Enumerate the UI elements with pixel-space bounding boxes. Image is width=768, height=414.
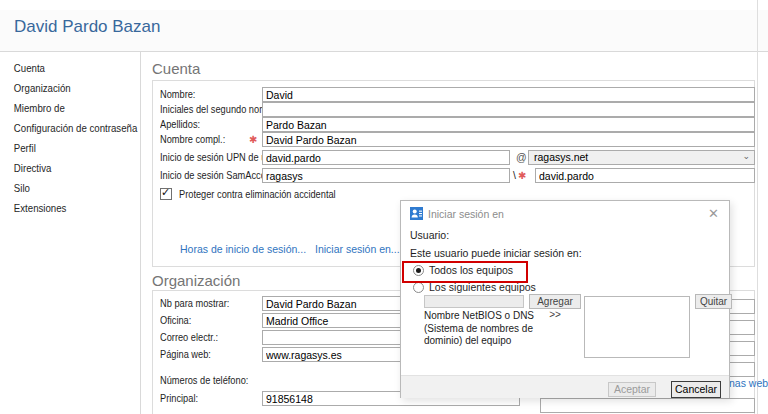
webpage-label: Página web: [160,347,211,362]
sam-user-input[interactable] [535,168,755,183]
computers-listbox[interactable] [584,296,690,358]
backslash-separator: \ [513,168,516,183]
iniciales-label: Iniciales del segundo nom... [160,102,275,117]
nombre-input[interactable] [262,87,755,102]
apellidos-input[interactable] [262,117,755,132]
title-divider [0,51,768,52]
dialog-user-label: Usuario: [410,229,449,241]
sam-label: Inicio de sesión SamAccou... [160,168,279,183]
pane-right-border [757,0,758,414]
protect-deletion-label: Proteger contra eliminación accidental [179,187,336,202]
sidebar-item-cuenta[interactable]: Cuenta [0,58,127,78]
sidebar-item-configuracion-contrasena[interactable]: Configuración de contraseña [0,118,127,138]
sidebar-item-organizacion[interactable]: Organización [0,78,127,98]
sidebar-item-extensiones[interactable]: Extensiones [0,198,127,218]
red-annotation-box [402,261,528,283]
cancel-button[interactable]: Cancelar [671,381,721,398]
checkmark-icon: ✓ [161,186,170,199]
section-title-organizacion: Organización [152,272,240,289]
computer-name-input[interactable] [424,295,524,308]
sidebar-item-miembro-de[interactable]: Miembro de [0,98,127,118]
dialog-title: Iniciar sesión en [428,208,504,220]
email-label: Correo electr.: [160,330,218,345]
upn-label: Inicio de sesión UPN de us... [160,150,279,165]
adac-user-properties-page: David Pardo Bazan Cuenta Organización Mi… [0,0,768,414]
upn-input[interactable] [262,150,510,165]
nombre-completo-input[interactable] [262,132,755,147]
nombre-completo-label: Nombre compl.: [160,132,225,147]
add-button[interactable]: Agregar >> [529,294,581,309]
logon-hours-link[interactable]: Horas de inicio de sesión... [180,243,306,255]
netbios-note: Nombre NetBIOS o DNS (Sistema de nombres… [424,310,558,348]
close-icon[interactable]: ✕ [708,206,719,221]
chevron-down-icon: ⌄ [742,150,750,163]
section-title-cuenta: Cuenta [152,60,200,77]
log-on-to-link[interactable]: Iniciar sesión en... [315,243,400,255]
dialog-description: Este usuario puede iniciar sesión en: [410,247,582,259]
sidebar-divider [140,52,141,414]
sidebar-item-perfil[interactable]: Perfil [0,138,127,158]
iniciales-input[interactable] [262,102,755,117]
sidebar-item-directiva[interactable]: Directiva [0,158,127,178]
ok-button[interactable]: Aceptar [608,382,656,397]
user-dialog-icon [410,207,423,220]
sam-domain-input[interactable] [262,168,510,183]
display-name-label: Nb para mostrar: [160,296,229,311]
phone-numbers-group-label: Números de teléfono: [160,373,248,388]
remove-button[interactable]: Quitar [695,294,732,309]
office-label: Oficina: [160,313,191,328]
at-separator: @ [516,150,527,165]
required-asterisk-icon: ✱ [518,168,526,183]
protect-deletion-checkbox[interactable]: ✓ [160,188,172,200]
radio-following-computers[interactable] [413,282,424,293]
other-webpages-link-fragment[interactable]: nas web... [729,377,768,389]
log-on-to-dialog: Iniciar sesión en ✕ Usuario: Este usuari… [400,200,730,398]
upn-domain-value: ragasys.net [534,151,588,163]
apellidos-label: Apellidos: [160,117,200,132]
sidebar-item-silo[interactable]: Silo [0,178,127,198]
sidebar: Cuenta Organización Miembro de Configura… [0,58,138,218]
nombre-label: Nombre: [160,87,195,102]
upn-domain-select[interactable]: ragasys.net ⌄ [528,150,755,165]
phone-principal-label: Principal: [160,391,198,406]
required-asterisk-icon: ✱ [249,132,257,147]
page-title: David Pardo Bazan [14,17,160,37]
org-right-column-input[interactable] [540,398,755,413]
